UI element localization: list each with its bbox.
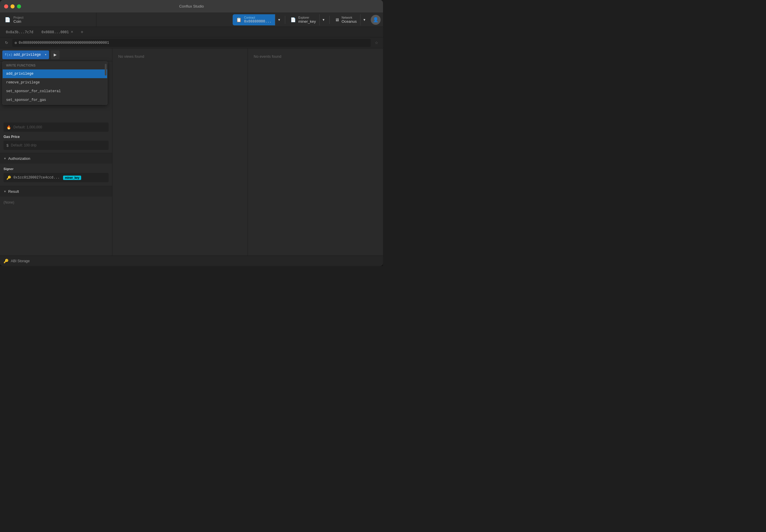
header-separator-2 (329, 16, 330, 24)
key-icon: 🔑 (6, 176, 11, 180)
contract-dropdown-arrow[interactable]: ▾ (275, 14, 283, 25)
network-value: Oceanus (342, 19, 357, 24)
dropdown-item-2[interactable]: set_sponsor_for_collateral (3, 87, 107, 96)
function-dropdown[interactable]: f(x) add_privilege ▾ (2, 50, 49, 59)
gas-icon: 🔥 (6, 125, 11, 129)
new-tab-button[interactable]: + (78, 28, 86, 36)
project-name: Coin (13, 19, 23, 24)
tab-0[interactable]: 0x8a3b...7c7d (2, 28, 37, 36)
dollar-icon: $ (6, 143, 8, 148)
header-row: 📄 Project Coin 📋 Contract 0x08880000... … (0, 13, 383, 27)
authorization-section-header[interactable]: ▼ Authorization (0, 153, 112, 164)
network-info: Network Oceanus (342, 16, 357, 24)
signer-badge: miner_key (63, 176, 81, 180)
explorer-icon: 📄 (291, 17, 296, 22)
center-panel: No views found (112, 48, 248, 255)
authorization-arrow: ▼ (3, 157, 6, 160)
project-section: 📄 Project Coin (0, 13, 96, 27)
contract-btn-group: 📋 Contract 0x08880000... ▾ (233, 14, 283, 25)
gas-price-input[interactable]: $ Default: 100 drip (3, 141, 109, 150)
signer-label: Signer (3, 167, 109, 171)
explorer-dropdown-arrow[interactable]: ▾ (319, 14, 328, 25)
explorer-button[interactable]: 📄 Explorer miner_key (287, 14, 319, 25)
contract-button[interactable]: 📋 Contract 0x08880000... (233, 14, 275, 25)
dropdown-item-1-label: remove_privilege (6, 81, 40, 85)
gas-section: 🔥 Default: 1,000,000 (0, 120, 112, 135)
bookmark-button[interactable]: ☆ (372, 39, 381, 47)
gas-price-label: Gas Price (3, 135, 109, 139)
close-button[interactable] (4, 4, 8, 8)
authorization-title: Authorization (8, 156, 30, 161)
address-text: 0x08880000000000000000000000000000000000… (19, 41, 109, 45)
tab-1-label: 0x0888...0001 (41, 30, 69, 34)
explorer-info: Explorer miner_key (298, 16, 316, 24)
auth-content: Signer 🔑 0x1cc01200027ce4ccd... miner_ke… (0, 164, 112, 186)
network-dropdown-arrow[interactable]: ▾ (360, 14, 368, 25)
signer-input[interactable]: 🔑 0x1cc01200027ce4ccd... miner_key (3, 173, 109, 182)
contract-info: Contract 0x08880000... (244, 16, 272, 23)
user-avatar-button[interactable]: 👤 (371, 15, 381, 25)
dropdown-item-2-label: set_sponsor_for_collateral (6, 89, 61, 93)
main-content: f(x) add_privilege ▾ ▶ WRITE FUNCTIONS a… (0, 48, 383, 255)
run-icon: ▶ (54, 53, 57, 57)
result-content: (None) (0, 197, 112, 208)
bottom-bar: 🔑 ABI Storage (0, 255, 383, 266)
left-panel: f(x) add_privilege ▾ ▶ WRITE FUNCTIONS a… (0, 48, 112, 255)
explorer-btn-group: 📄 Explorer miner_key ▾ (287, 14, 328, 25)
network-label: Network (342, 16, 357, 19)
function-bar: f(x) add_privilege ▾ ▶ WRITE FUNCTIONS a… (0, 48, 112, 61)
dropdown-item-3[interactable]: set_sponsor_for_gas (3, 96, 107, 104)
gas-placeholder: Default: 1,000,000 (13, 125, 42, 129)
dropdown-item-3-label: set_sponsor_for_gas (6, 98, 46, 102)
maximize-button[interactable] (17, 4, 21, 8)
gas-price-section: Gas Price $ Default: 100 drip (0, 135, 112, 153)
project-label: Project (13, 16, 23, 19)
result-title: Result (8, 189, 19, 194)
tab-1[interactable]: 0x0888...0001 ✕ (38, 28, 77, 36)
contract-icon: 📋 (236, 17, 242, 22)
explorer-value: miner_key (298, 19, 316, 24)
address-dot (15, 42, 17, 44)
avatar-icon: 👤 (373, 17, 379, 22)
no-views-text: No views found (118, 54, 144, 59)
main-window: Conflux Studio 📄 Project Coin 📋 Contract… (0, 0, 383, 266)
tab-1-close[interactable]: ✕ (71, 30, 73, 34)
result-arrow: ▼ (3, 190, 6, 193)
function-dropdown-arrow: ▾ (45, 53, 47, 57)
function-name: add_privilege (13, 53, 41, 57)
header-separator-1 (285, 16, 285, 24)
dropdown-item-0-label: add_privilege (6, 72, 34, 76)
network-icon: 🖥 (335, 17, 339, 22)
contract-address: 0x08880000... (244, 19, 272, 23)
network-btn-group: 🖥 Network Oceanus ▾ (331, 14, 368, 25)
network-button[interactable]: 🖥 Network Oceanus (331, 14, 360, 25)
no-events-text: No events found (254, 54, 282, 59)
gas-input[interactable]: 🔥 Default: 1,000,000 (3, 123, 109, 132)
dropdown-section-header: WRITE FUNCTIONS (3, 62, 107, 69)
result-section-header[interactable]: ▼ Result (0, 186, 112, 197)
header-right: 📋 Contract 0x08880000... ▾ 📄 Explorer mi… (96, 13, 383, 27)
function-prefix: f(x) (5, 53, 12, 57)
window-controls (4, 4, 21, 8)
right-panel: No events found (248, 48, 383, 255)
abi-storage-label: ABI Storage (11, 259, 30, 263)
window-title: Conflux Studio (179, 4, 204, 8)
dropdown-scrollbar[interactable] (105, 64, 106, 76)
minimize-button[interactable] (11, 4, 15, 8)
tab-0-label: 0x8a3b...7c7d (6, 30, 33, 34)
function-dropdown-panel: WRITE FUNCTIONS add_privilege remove_pri… (2, 61, 107, 105)
dropdown-item-0[interactable]: add_privilege (3, 69, 107, 78)
titlebar: Conflux Studio (0, 0, 383, 13)
dropdown-item-1[interactable]: remove_privilege (3, 78, 107, 87)
project-icon: 📄 (5, 17, 11, 22)
refresh-button[interactable]: ↻ (2, 39, 11, 47)
abi-storage-icon: 🔑 (3, 259, 8, 263)
signer-address: 0x1cc01200027ce4ccd... (13, 176, 59, 180)
address-input-wrap: 0x08880000000000000000000000000000000000… (12, 39, 371, 47)
explorer-label: Explorer (298, 16, 316, 19)
run-button[interactable]: ▶ (51, 50, 59, 59)
gas-price-placeholder: Default: 100 drip (11, 143, 36, 147)
result-value: (None) (3, 200, 14, 204)
address-bar: ↻ 0x088800000000000000000000000000000000… (0, 37, 383, 48)
project-info: Project Coin (13, 16, 23, 24)
